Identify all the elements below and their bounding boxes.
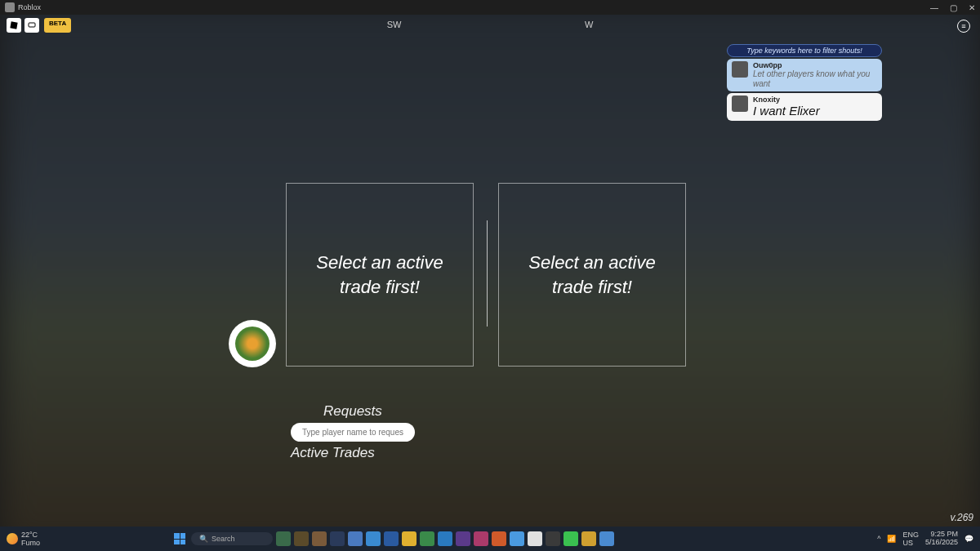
taskbar-app-icon[interactable] [474, 531, 488, 546]
shout-panel: Type keywords here to filter shouts! Ouw… [727, 44, 882, 122]
search-icon: 🔍 [199, 535, 208, 543]
window-titlebar: Roblox — ▢ ✕ [0, 0, 980, 15]
tray-wifi-icon[interactable]: 📶 [887, 535, 896, 543]
compass-bar: SW W [0, 16, 980, 31]
avatar [732, 96, 748, 112]
trade-icon [235, 327, 270, 361]
weather-desc: Fumo [21, 539, 40, 547]
taskbar-app-icon[interactable] [330, 531, 345, 546]
trade-controls: Requests Active Trades [291, 400, 415, 464]
avatar [732, 61, 748, 78]
taskbar-app-icon[interactable] [312, 531, 327, 546]
trade-panels: Select an active trade first! Select an … [286, 183, 686, 367]
windows-taskbar: 22°C Fumo 🔍 Search ^ 📶 [0, 527, 980, 551]
svg-rect-0 [10, 21, 17, 29]
taskbar-app-icon[interactable] [456, 531, 470, 546]
taskbar-app-icon[interactable] [366, 531, 381, 546]
window-title: Roblox [18, 3, 41, 11]
roblox-logo-icon [10, 21, 18, 29]
tray-notifications-icon[interactable]: 💬 [964, 535, 973, 543]
tray-language[interactable]: ENG US [902, 531, 919, 547]
trade-panel-message: Select an active trade first! [515, 251, 669, 299]
svg-rect-1 [29, 23, 35, 27]
taskbar-app-icon[interactable] [438, 531, 452, 546]
taskbar-weather[interactable]: 22°C Fumo [7, 531, 40, 547]
taskbar-app-icon[interactable] [276, 531, 291, 546]
trade-panel-right[interactable]: Select an active trade first! [498, 183, 686, 367]
taskbar-app-icon[interactable] [581, 531, 596, 546]
roblox-chat-button[interactable] [24, 18, 39, 33]
shout-username: Knoxity [753, 96, 877, 104]
shout-username: Ouw0pp [753, 61, 877, 69]
trade-badge-button[interactable] [229, 320, 276, 367]
taskbar-search[interactable]: 🔍 Search [191, 532, 273, 545]
shout-card[interactable]: Knoxity I want Elixer [727, 93, 882, 121]
shout-card-self[interactable]: Ouw0pp Let other players know what you w… [727, 59, 882, 91]
taskbar-app-icon[interactable] [564, 531, 578, 546]
roblox-menu-button[interactable] [7, 18, 21, 33]
window-maximize-button[interactable]: ▢ [950, 3, 957, 12]
compass-marker-w: W [585, 20, 593, 29]
beta-badge: BETA [44, 18, 71, 33]
shout-filter-input[interactable]: Type keywords here to filter shouts! [727, 44, 882, 57]
roblox-app-icon [5, 2, 15, 12]
taskbar-app-icon[interactable] [294, 531, 309, 546]
taskbar-app-icon[interactable] [510, 531, 524, 546]
roblox-overlay-buttons: BETA [7, 18, 71, 33]
trade-panel-message: Select an active trade first! [303, 251, 457, 299]
weather-temp: 22°C [21, 531, 40, 539]
game-version: v.269 [951, 512, 973, 523]
search-placeholder: Search [212, 535, 235, 543]
taskbar-app-icon[interactable] [528, 531, 542, 546]
weather-icon [7, 533, 18, 544]
chat-icon [28, 21, 36, 29]
tray-clock[interactable]: 9:25 PM 5/16/2025 [925, 531, 958, 547]
shout-message: I want Elixer [753, 104, 877, 118]
requests-label: Requests [323, 403, 415, 420]
window-minimize-button[interactable]: — [930, 3, 938, 12]
taskbar-app-icon[interactable] [348, 531, 363, 546]
taskbar-app-icon[interactable] [384, 531, 399, 546]
taskbar-app-icon[interactable] [420, 531, 434, 546]
player-name-input[interactable] [291, 423, 415, 442]
taskbar-app-icon[interactable] [402, 531, 416, 546]
start-button[interactable] [172, 531, 188, 547]
taskbar-app-icon[interactable] [599, 531, 614, 546]
compass-marker-sw: SW [387, 20, 402, 29]
tray-chevron-icon[interactable]: ^ [877, 535, 880, 543]
active-trades-label: Active Trades [291, 445, 415, 461]
taskbar-app-icon[interactable] [546, 531, 560, 546]
window-close-button[interactable]: ✕ [969, 3, 975, 12]
taskbar-app-icon[interactable] [492, 531, 506, 546]
windows-logo-icon [174, 533, 185, 544]
trade-divider [487, 220, 488, 327]
shout-input-placeholder[interactable]: Let other players know what you want [753, 69, 877, 89]
trade-panel-left[interactable]: Select an active trade first! [286, 183, 474, 367]
